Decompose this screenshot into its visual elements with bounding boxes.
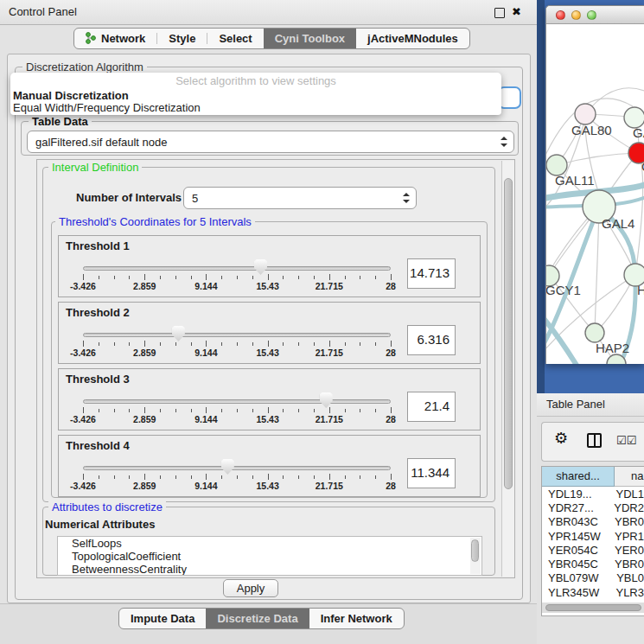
- slider-thumb[interactable]: [221, 459, 234, 475]
- tab-impute-data[interactable]: Impute Data: [119, 609, 206, 628]
- cell-name[interactable]: YLR3: [609, 586, 644, 599]
- gear-icon[interactable]: ⚙: [554, 430, 568, 446]
- slider-track[interactable]: [83, 466, 391, 470]
- table-row[interactable]: YBL079WYBL0: [542, 571, 644, 585]
- settings-scrollbar-thumb[interactable]: [504, 178, 513, 489]
- network-window-titlebar[interactable]: [546, 6, 644, 24]
- checkbox-icons[interactable]: ☑☑: [616, 434, 636, 447]
- threshold-value-field[interactable]: 21.4: [407, 392, 456, 422]
- threshold-label: Threshold 4: [66, 439, 130, 452]
- table-row[interactable]: YIL053CYIL0: [542, 599, 644, 601]
- threshold-panel: Threshold 3 -3.4262.8599.14415.4321.7152…: [58, 368, 481, 430]
- close-icon[interactable]: ✖: [512, 5, 521, 18]
- network-edge[interactable]: [557, 153, 639, 165]
- table-data-combobox[interactable]: galFiltered.sif default node: [27, 131, 514, 153]
- cell-shared-name[interactable]: YIL053C: [542, 600, 614, 601]
- tick-mark: [129, 475, 130, 479]
- slider-track[interactable]: [83, 266, 391, 271]
- slider-thumb[interactable]: [172, 326, 185, 341]
- algorithm-placeholder-option[interactable]: Select algorithm to view settings: [10, 74, 501, 87]
- tick-mark: [252, 409, 253, 412]
- table-h-scrollbar[interactable]: [542, 603, 644, 613]
- tick-mark: [329, 474, 330, 480]
- cell-shared-name[interactable]: YDL19...: [542, 488, 609, 501]
- float-window-icon[interactable]: [494, 8, 505, 18]
- number-of-intervals-combobox[interactable]: 5: [183, 187, 417, 209]
- algorithm-option-equal-width[interactable]: Equal Width/Frequency Discretization: [13, 101, 201, 114]
- algorithm-option-manual[interactable]: Manual Discretization: [13, 89, 129, 102]
- algorithm-combobox[interactable]: [498, 86, 521, 109]
- panel-title: Control Panel: [9, 0, 77, 24]
- cell-shared-name[interactable]: YLR345W: [542, 586, 609, 599]
- tick-label: 15.43: [242, 281, 294, 291]
- tick-mark: [298, 475, 299, 479]
- interval-definition-label: Interval Definition: [48, 161, 142, 174]
- threshold-value-field[interactable]: 14.713: [407, 258, 456, 289]
- table-row[interactable]: YER054CYER0: [542, 543, 644, 557]
- column-header-name[interactable]: na: [615, 467, 644, 487]
- window-close-button[interactable]: [556, 10, 565, 20]
- column-header-shared-name[interactable]: shared...: [542, 467, 615, 487]
- network-node[interactable]: [585, 323, 604, 342]
- network-view-window: GAL80GACGAL11GAL4GCY1HHAP2: [545, 5, 644, 364]
- cell-name[interactable]: YBR0: [608, 515, 644, 528]
- cell-shared-name[interactable]: YER054C: [542, 544, 608, 557]
- tick-mark: [144, 407, 145, 413]
- network-node-label: GCY1: [546, 283, 581, 297]
- slider-track[interactable]: [83, 333, 391, 337]
- network-edge-highlighted[interactable]: [546, 316, 577, 364]
- network-canvas[interactable]: GAL80GACGAL11GAL4GCY1HHAP2: [546, 24, 644, 364]
- numerical-attributes-list[interactable]: SelfLoopsTopologicalCoefficientBetweenne…: [57, 536, 482, 576]
- slider-track[interactable]: [83, 399, 391, 404]
- table-row[interactable]: YBR045CYBR0: [542, 557, 644, 571]
- tick-label: 21.715: [303, 281, 355, 291]
- split-view-icon[interactable]: [587, 433, 602, 448]
- table-row[interactable]: YPR145WYPR1: [542, 529, 644, 543]
- table-row[interactable]: YBR043CYBR0: [542, 515, 644, 529]
- list-scrollbar-thumb[interactable]: [471, 539, 479, 562]
- table-row[interactable]: YLR345WYLR3: [542, 585, 644, 599]
- network-node[interactable]: [575, 104, 596, 124]
- table-row[interactable]: YDL19...YDL1: [542, 487, 644, 501]
- tick-label: -3.426: [57, 281, 109, 291]
- network-edge[interactable]: [595, 207, 599, 333]
- tab-discretize-data[interactable]: Discretize Data: [206, 609, 309, 628]
- tab-network[interactable]: Network: [74, 29, 156, 48]
- tab-jactivemnodules[interactable]: jActiveMNodules: [356, 29, 469, 48]
- attribute-list-item[interactable]: TopologicalCoefficient: [58, 550, 481, 563]
- threshold-value-field[interactable]: 6.316: [407, 325, 456, 355]
- attribute-list-item[interactable]: SelfLoops: [58, 537, 481, 550]
- list-scrollbar[interactable]: [470, 538, 481, 574]
- attributes-group-label: Attributes to discretize: [48, 501, 166, 513]
- table-h-scrollbar-thumb[interactable]: [545, 604, 641, 611]
- cell-name[interactable]: YDL1: [609, 488, 644, 501]
- table-row[interactable]: YDR27...YDR2: [542, 501, 644, 514]
- cell-shared-name[interactable]: YBR043C: [542, 515, 608, 528]
- cell-shared-name[interactable]: YBL079W: [542, 571, 609, 584]
- cell-shared-name[interactable]: YDR27...: [542, 501, 607, 514]
- window-minimize-button[interactable]: [571, 10, 581, 20]
- cell-name[interactable]: YER0: [608, 544, 644, 557]
- app-root: Control Panel ✖ Network Sty: [0, 0, 644, 644]
- settings-scrollbar[interactable]: [501, 161, 514, 577]
- cell-shared-name[interactable]: YBR045C: [542, 558, 608, 571]
- apply-button[interactable]: Apply: [223, 579, 278, 597]
- tick-mark: [206, 407, 207, 413]
- cell-name[interactable]: YPR1: [608, 530, 644, 543]
- slider-thumb[interactable]: [254, 259, 267, 275]
- tab-cyni-toolbox[interactable]: Cyni Toolbox: [264, 29, 356, 48]
- cell-name[interactable]: YDR2: [607, 501, 644, 514]
- tab-infer-network[interactable]: Infer Network: [309, 609, 404, 628]
- tab-style[interactable]: Style: [157, 29, 207, 48]
- tab-select[interactable]: Select: [207, 29, 263, 48]
- attribute-list-item[interactable]: BetweennessCentrality: [58, 563, 481, 576]
- cell-name[interactable]: YIL0: [614, 600, 644, 601]
- threshold-value-field[interactable]: 11.344: [407, 458, 456, 488]
- cell-name[interactable]: YBL0: [609, 571, 644, 584]
- cell-shared-name[interactable]: YPR145W: [542, 530, 608, 543]
- cell-name[interactable]: YBR0: [608, 558, 644, 571]
- slider-thumb[interactable]: [320, 392, 333, 408]
- splitpane-divider[interactable]: [537, 0, 545, 393]
- tick-mark: [268, 341, 269, 347]
- window-zoom-button[interactable]: [587, 10, 596, 20]
